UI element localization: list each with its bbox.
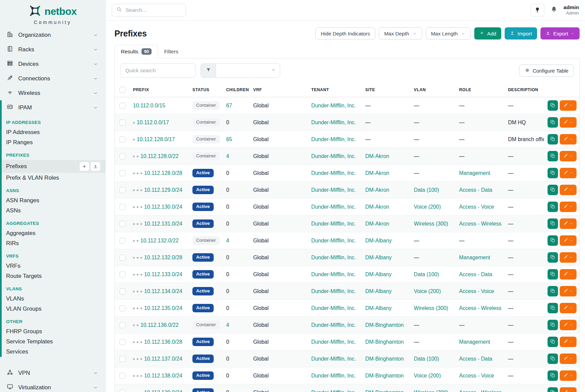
row-checkbox[interactable] (119, 103, 126, 109)
sidebar-item-services[interactable]: Services (2, 347, 105, 357)
clone-button[interactable] (548, 168, 558, 178)
vlan-link[interactable]: Data (100) (414, 187, 439, 193)
row-checkbox[interactable] (119, 255, 126, 261)
clone-button[interactable] (548, 117, 558, 128)
prefix-link[interactable]: 10.112.129.0/24 (144, 187, 182, 193)
site-link[interactable]: DM-Albany (365, 271, 392, 277)
edit-button[interactable] (560, 218, 577, 229)
role-link[interactable]: Access - Voice (459, 204, 494, 210)
tenant-link[interactable]: Dunder-Mifflin, Inc. (311, 153, 356, 159)
children-link[interactable]: 4 (226, 238, 229, 243)
edit-button[interactable] (560, 269, 577, 280)
prefixes-import-button[interactable] (90, 162, 101, 171)
column-header-prefix[interactable]: PREFIX (130, 83, 189, 97)
row-checkbox[interactable] (119, 305, 126, 311)
clone-button[interactable] (548, 320, 558, 330)
role-link[interactable]: Access - Data (459, 187, 492, 193)
clone-button[interactable] (548, 286, 558, 296)
edit-button[interactable] (560, 252, 577, 263)
children-link[interactable]: 67 (226, 103, 232, 108)
global-search[interactable] (112, 4, 186, 17)
tenant-link[interactable]: Dunder-Mifflin, Inc. (311, 204, 356, 210)
tenant-link[interactable]: Dunder-Mifflin, Inc. (311, 238, 356, 243)
sidebar-item-fhrp-groups[interactable]: FHRP Groups (2, 326, 105, 337)
clone-button[interactable] (548, 151, 558, 161)
edit-button[interactable] (560, 320, 577, 330)
row-checkbox[interactable] (119, 153, 126, 159)
column-header-description[interactable]: DESCRIPTION (505, 83, 544, 97)
prefix-link[interactable]: 10.112.137.0/24 (144, 356, 182, 362)
edit-button[interactable] (560, 134, 577, 145)
tab-results[interactable]: Results 90 (114, 45, 158, 58)
site-link[interactable]: DM-Albany (365, 288, 392, 294)
column-header-tenant[interactable]: TENANT (308, 83, 362, 97)
column-header-status[interactable]: STATUS (189, 83, 223, 97)
site-link[interactable]: DM-Binghamton (365, 322, 404, 328)
children-link[interactable]: 4 (226, 322, 229, 328)
clone-button[interactable] (548, 269, 558, 280)
role-link[interactable]: Access - Data (459, 356, 492, 362)
site-link[interactable]: DM-Binghamton (365, 339, 404, 345)
tenant-link[interactable]: Dunder-Mifflin, Inc. (311, 271, 356, 277)
sidebar-item-asns[interactable]: ASNs (2, 206, 105, 216)
clone-button[interactable] (548, 134, 558, 145)
edit-button[interactable] (560, 354, 577, 364)
clone-button[interactable] (548, 100, 558, 111)
select-all-checkbox[interactable] (119, 87, 126, 93)
children-link[interactable]: 4 (226, 153, 229, 159)
edit-button[interactable] (560, 387, 577, 392)
tenant-link[interactable]: Dunder-Mifflin, Inc. (311, 390, 356, 392)
role-link[interactable]: Management (459, 170, 490, 176)
role-link[interactable]: Access - Voice (459, 288, 494, 294)
sidebar-item-connections[interactable]: Connections (0, 71, 105, 86)
sidebar-item-ip-ranges[interactable]: IP Ranges (2, 137, 105, 148)
site-link[interactable]: DM-Akron (365, 204, 389, 210)
sidebar-item-vpn[interactable]: VPN (0, 366, 105, 380)
prefix-link[interactable]: 10.112.132.0/28 (144, 255, 182, 260)
row-checkbox[interactable] (119, 221, 126, 227)
edit-button[interactable] (560, 100, 577, 111)
vlan-link[interactable]: Voice (200) (414, 288, 441, 294)
prefix-link[interactable]: 10.112.135.0/24 (144, 305, 182, 311)
vlan-link[interactable]: Voice (200) (414, 373, 441, 378)
role-link[interactable]: Access - Wireless (459, 390, 502, 392)
hide-depth-indicators-button[interactable]: Hide Depth Indicators (315, 27, 375, 40)
tenant-link[interactable]: Dunder-Mifflin, Inc. (311, 339, 356, 345)
site-link[interactable]: DM-Akron (365, 153, 389, 159)
prefix-link[interactable]: 10.112.0.0/15 (133, 103, 165, 108)
prefix-link[interactable]: 10.112.128.0/17 (137, 136, 175, 142)
site-link[interactable]: DM-Binghamton (365, 390, 404, 392)
site-link[interactable]: DM-Akron (365, 221, 389, 227)
column-header-role[interactable]: ROLE (456, 83, 505, 97)
sidebar-item-route-targets[interactable]: Route Targets (2, 271, 105, 281)
row-checkbox[interactable] (119, 271, 126, 278)
edit-button[interactable] (560, 337, 577, 347)
edit-button[interactable] (560, 202, 577, 212)
vlan-link[interactable]: Data (100) (414, 271, 439, 277)
role-link[interactable]: Access - Data (459, 271, 492, 277)
edit-button[interactable] (560, 370, 577, 381)
tenant-link[interactable]: Dunder-Mifflin, Inc. (311, 322, 356, 328)
sidebar-item-organization[interactable]: Organization (0, 28, 105, 42)
tenant-link[interactable]: Dunder-Mifflin, Inc. (311, 120, 356, 125)
theme-toggle-button[interactable] (530, 4, 544, 17)
role-link[interactable]: Access - Wireless (459, 221, 502, 227)
row-checkbox[interactable] (119, 204, 126, 210)
prefix-link[interactable]: 10.112.134.0/24 (144, 288, 182, 294)
vlan-link[interactable]: Wireless (300) (414, 390, 448, 392)
tenant-link[interactable]: Dunder-Mifflin, Inc. (311, 187, 356, 193)
sidebar-item-vrfs[interactable]: VRFs (2, 261, 105, 271)
configure-table-button[interactable]: Configure Table (519, 64, 574, 77)
quick-search-input[interactable] (120, 63, 196, 78)
user-name[interactable]: admin (563, 4, 579, 10)
prefix-link[interactable]: 10.112.132.0/22 (140, 238, 179, 243)
edit-button[interactable] (560, 303, 577, 313)
prefix-link[interactable]: 10.112.130.0/24 (144, 204, 182, 210)
sidebar-item-prefix-vlan-roles[interactable]: Prefix & VLAN Roles (2, 173, 105, 183)
tenant-link[interactable]: Dunder-Mifflin, Inc. (311, 356, 356, 362)
prefix-link[interactable]: 10.112.136.0/22 (140, 322, 179, 328)
children-link[interactable]: 65 (226, 136, 232, 142)
clone-button[interactable] (548, 354, 558, 364)
prefix-link[interactable]: 10.112.131.0/24 (144, 221, 182, 227)
column-header-vlan[interactable]: VLAN (410, 83, 456, 97)
